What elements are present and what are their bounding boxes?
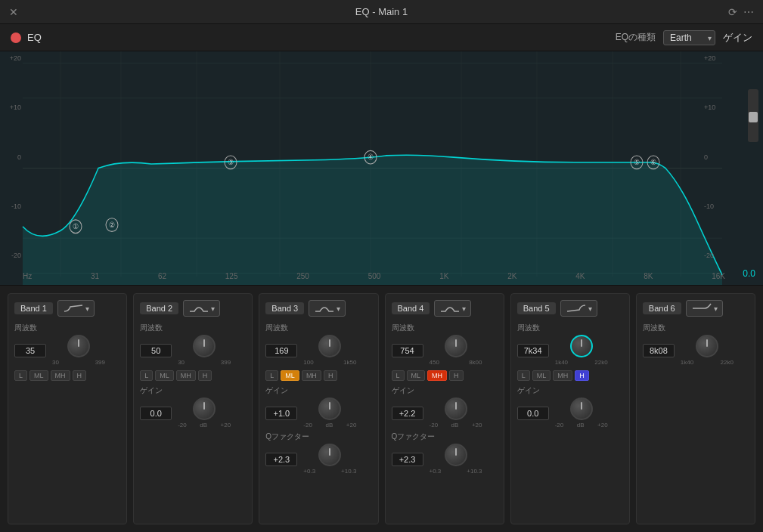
lmh-btn-ML-2[interactable]: ML <box>155 370 174 381</box>
q-label-4: Qファクター <box>392 431 498 442</box>
lmh-btn-L-2[interactable]: L <box>140 370 153 381</box>
eq-display: ① ② ③ ④ ⑤ ⑥ +20 +10 0 -10 -20 +20 +10 0 … <box>0 51 763 286</box>
freq-knob-scale-6: 1k4022k0 <box>681 359 734 366</box>
q-knob-3[interactable] <box>318 444 341 466</box>
freq-value-4[interactable] <box>392 344 423 357</box>
lmh-btn-MH-3[interactable]: MH <box>302 370 321 381</box>
freq-value-5[interactable] <box>517 344 549 357</box>
q-value-4[interactable] <box>392 453 423 466</box>
gain-value-2[interactable] <box>140 407 172 420</box>
band-name-button-6[interactable]: Band 6 <box>643 302 681 314</box>
lmh-btn-L-4[interactable]: L <box>392 370 405 381</box>
lmh-btn-H-5[interactable]: H <box>575 370 589 381</box>
gain-section-2: ゲイン -20dB+20 <box>140 385 246 428</box>
gain-knob-wrapper-2: -20dB+20 <box>178 397 231 428</box>
q-knob-4[interactable] <box>445 444 467 466</box>
eq-vertical-slider[interactable] <box>748 89 758 142</box>
band-freq-section-5: 周波数 1k4022k0 <box>517 323 623 366</box>
lmh-btn-L-5[interactable]: L <box>517 370 530 381</box>
gain-knob-4[interactable] <box>445 397 467 420</box>
band-name-button-2[interactable]: Band 2 <box>140 302 178 314</box>
lmh-btn-H-3[interactable]: H <box>324 370 338 381</box>
q-knob-scale-4: +0.3+10.3 <box>430 468 482 475</box>
band-panel-4: Band 4 ▾ 周波数 4508k00 LMLMHH ゲイン <box>385 293 504 524</box>
freq-knob-3[interactable] <box>318 335 341 357</box>
lmh-btn-ML-4[interactable]: ML <box>407 370 426 381</box>
lmh-btn-MH-1[interactable]: MH <box>51 370 70 381</box>
history-icon[interactable]: ⟳ <box>728 6 737 18</box>
band-name-button-5[interactable]: Band 5 <box>517 302 556 314</box>
q-value-3[interactable] <box>265 453 297 466</box>
q-knob-wrapper-4: +0.3+10.3 <box>430 444 482 475</box>
lmh-btn-ML-3[interactable]: ML <box>281 370 299 381</box>
gain-label-5: ゲイン <box>517 385 623 396</box>
gain-value-3[interactable] <box>265 407 297 420</box>
freq-value-2[interactable] <box>140 344 172 357</box>
q-section-3: Qファクター +0.3+10.3 <box>265 431 371 475</box>
db-label-10-pos: +10 <box>2 104 21 111</box>
lmh-btn-MH-5[interactable]: MH <box>553 370 572 381</box>
freq-knob-2[interactable] <box>193 335 216 357</box>
menu-icon[interactable]: ⋯ <box>743 6 754 18</box>
freq-2k: 2K <box>507 272 516 280</box>
close-icon[interactable]: ✕ <box>9 6 18 18</box>
lmh-btn-L-3[interactable]: L <box>265 370 278 381</box>
freq-value-6[interactable] <box>643 344 675 357</box>
svg-text:③: ③ <box>228 158 234 167</box>
band-type-dropdown-icon-3: ▾ <box>337 305 340 313</box>
freq-knob-5[interactable] <box>570 335 593 357</box>
band-freq-section-2: 周波数 30399 <box>140 323 246 366</box>
freq-knob-wrapper-2: 30399 <box>178 335 231 366</box>
eq-type-wrapper[interactable]: Earth Sky Classic Modern <box>663 30 715 45</box>
freq-62: 62 <box>158 272 166 280</box>
lmh-btn-L-1[interactable]: L <box>14 370 27 381</box>
window-title: EQ - Main 1 <box>355 6 408 17</box>
db-label-right-0: 0 <box>704 153 724 161</box>
eq-type-select[interactable]: Earth Sky Classic Modern <box>663 30 715 45</box>
gain-value-5[interactable] <box>517 407 549 420</box>
lmh-buttons-3: LMLMHH <box>265 370 371 381</box>
band-panel-2: Band 2 ▾ 周波数 30399 LMLMHH ゲイン <box>133 293 253 524</box>
lmh-btn-H-1[interactable]: H <box>73 370 87 381</box>
freq-label-1: 周波数 <box>14 323 120 333</box>
lmh-btn-H-2[interactable]: H <box>198 370 212 381</box>
gain-knob-scale-2: -20dB+20 <box>178 422 231 428</box>
db-label-0: 0 <box>2 153 21 161</box>
band-type-button-6[interactable]: ▾ <box>686 300 723 317</box>
band-freq-section-6: 周波数 1k4022k0 <box>643 323 749 366</box>
title-bar-left: ✕ <box>9 6 18 18</box>
eq-power-button[interactable] <box>11 32 21 43</box>
gain-knob-scale-4: -20dB+20 <box>430 422 482 428</box>
lmh-btn-MH-2[interactable]: MH <box>176 370 196 381</box>
gain-knob-3[interactable] <box>318 397 341 420</box>
freq-value-1[interactable] <box>14 344 46 357</box>
gain-knob-scale-5: -20dB+20 <box>555 422 608 428</box>
band-type-button-5[interactable]: ▾ <box>560 300 597 317</box>
freq-knob-4[interactable] <box>445 335 467 357</box>
freq-knob-scale-5: 1k4022k0 <box>555 359 608 366</box>
lmh-btn-ML-5[interactable]: ML <box>532 370 551 381</box>
eq-label: EQ <box>27 32 42 43</box>
band-type-button-2[interactable]: ▾ <box>183 300 220 317</box>
gain-value-4[interactable] <box>392 407 423 420</box>
freq-value-3[interactable] <box>265 344 297 357</box>
band-name-button-3[interactable]: Band 3 <box>265 302 304 314</box>
eq-curve-canvas[interactable]: ① ② ③ ④ ⑤ ⑥ <box>0 51 763 285</box>
gain-knob-2[interactable] <box>193 397 216 420</box>
q-knob-wrapper-3: +0.3+10.3 <box>303 444 356 475</box>
lmh-btn-ML-1[interactable]: ML <box>29 370 48 381</box>
band-type-button-4[interactable]: ▾ <box>434 300 471 317</box>
lmh-btn-MH-4[interactable]: MH <box>427 370 447 381</box>
freq-knob-scale-2: 30399 <box>178 359 231 366</box>
gain-knob-5[interactable] <box>570 397 593 420</box>
freq-labels: Hz 31 62 125 250 500 1K 2K 4K 8K 16K <box>23 272 725 280</box>
band-name-button-1[interactable]: Band 1 <box>14 302 53 314</box>
freq-knob-scale-1: 30399 <box>52 359 105 366</box>
band-type-button-1[interactable]: ▾ <box>57 300 95 317</box>
freq-knob-1[interactable] <box>67 335 90 357</box>
lmh-btn-H-4[interactable]: H <box>449 370 464 381</box>
band-type-button-3[interactable]: ▾ <box>309 300 346 317</box>
freq-knob-6[interactable] <box>696 335 718 357</box>
gain-section-4: ゲイン -20dB+20 <box>392 385 498 428</box>
band-name-button-4[interactable]: Band 4 <box>392 302 430 314</box>
